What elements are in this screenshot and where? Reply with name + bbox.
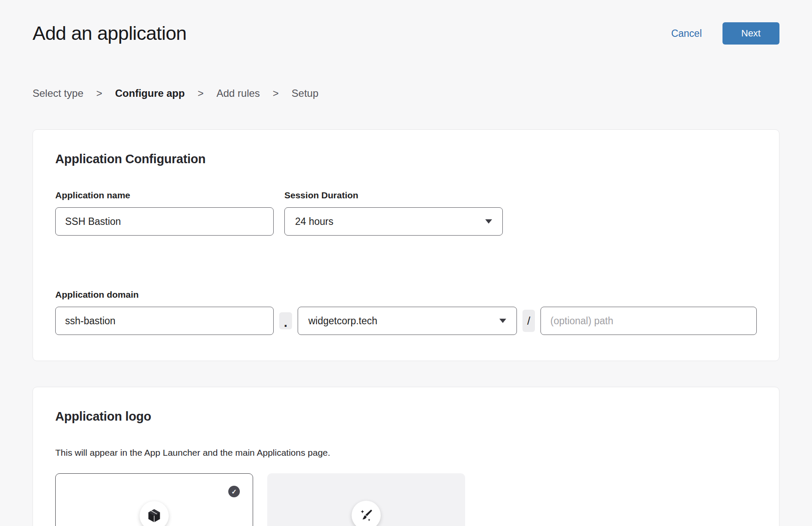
header-actions: Cancel Next — [671, 22, 779, 45]
session-duration-select[interactable]: 24 hours — [284, 207, 503, 236]
application-domain-row: . widgetcorp.tech / — [55, 307, 757, 335]
config-card-title: Application Configuration — [55, 152, 757, 166]
slash-separator: / — [522, 310, 535, 332]
chevron-down-icon — [499, 319, 506, 323]
logo-description: This will appear in the App Launcher and… — [55, 448, 757, 458]
application-logo-card: Application logo This will appear in the… — [33, 387, 779, 526]
breadcrumb-step-add-rules[interactable]: Add rules — [216, 87, 260, 99]
breadcrumb-step-setup[interactable]: Setup — [292, 87, 319, 99]
session-duration-label: Session Duration — [284, 190, 503, 200]
cube-icon — [140, 501, 169, 526]
default-logo-option[interactable]: ✓ — [55, 473, 253, 526]
application-name-label: Application name — [55, 190, 274, 200]
application-name-input[interactable] — [55, 207, 274, 236]
breadcrumb-separator: > — [273, 87, 279, 99]
breadcrumb-separator: > — [197, 87, 203, 99]
logo-options: ✓ — [55, 473, 757, 526]
page-title: Add an application — [33, 22, 186, 45]
dot-separator: . — [279, 312, 292, 329]
page-header: Add an application Cancel Next — [33, 22, 779, 45]
session-duration-field: Session Duration 24 hours — [284, 190, 503, 236]
session-duration-value: 24 hours — [295, 216, 334, 227]
name-duration-row: Application name Session Duration 24 hou… — [55, 190, 757, 236]
path-input[interactable] — [540, 307, 757, 335]
application-domain-label: Application domain — [55, 290, 757, 300]
application-configuration-card: Application Configuration Application na… — [33, 129, 779, 361]
paintbrush-icon — [352, 501, 381, 526]
add-application-page: Add an application Cancel Next Select ty… — [0, 22, 812, 526]
chevron-down-icon — [485, 219, 492, 224]
check-icon: ✓ — [228, 486, 240, 497]
breadcrumb: Select type > Configure app > Add rules … — [33, 87, 779, 99]
breadcrumb-step-configure-app[interactable]: Configure app — [115, 87, 185, 99]
breadcrumb-separator: > — [96, 87, 102, 99]
cancel-button[interactable]: Cancel — [671, 28, 702, 39]
subdomain-input[interactable] — [55, 307, 274, 335]
next-button[interactable]: Next — [722, 22, 779, 45]
breadcrumb-step-select-type[interactable]: Select type — [33, 87, 84, 99]
custom-logo-option[interactable] — [267, 473, 465, 526]
domain-select-value: widgetcorp.tech — [308, 315, 377, 327]
logo-card-title: Application logo — [55, 409, 757, 424]
domain-select[interactable]: widgetcorp.tech — [298, 307, 517, 335]
check-glyph: ✓ — [231, 488, 237, 496]
application-domain-field: Application domain . widgetcorp.tech / — [55, 290, 757, 335]
application-name-field: Application name — [55, 190, 274, 236]
